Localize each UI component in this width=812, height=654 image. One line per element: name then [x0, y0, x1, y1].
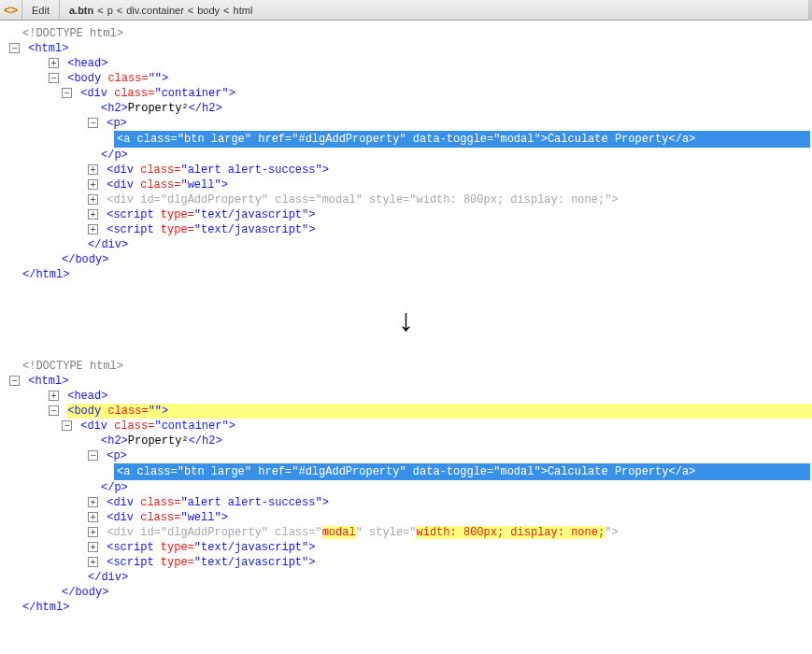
collapse-icon[interactable]: −: [49, 405, 59, 416]
tag-close: >: [229, 87, 235, 100]
code-line-selected[interactable]: <a class="btn large" href="#dlgAddProper…: [4, 463, 812, 480]
crumb-body[interactable]: body: [197, 5, 220, 16]
code-line[interactable]: </body>: [4, 252, 812, 267]
code-line[interactable]: − <div class="container">: [4, 419, 812, 434]
crumb-sep: <: [188, 5, 193, 16]
attr-val: "text/javascript": [194, 541, 308, 554]
edit-button[interactable]: Edit: [22, 0, 60, 21]
selected-node[interactable]: <a class="btn large" href="#dlgAddProper…: [114, 463, 810, 480]
code-line[interactable]: − <p>: [4, 448, 812, 463]
tag-script: <script: [107, 223, 161, 236]
collapse-icon[interactable]: −: [88, 118, 98, 128]
expand-icon[interactable]: +: [88, 164, 98, 175]
collapse-icon[interactable]: −: [9, 43, 20, 53]
collapse-icon[interactable]: −: [9, 376, 20, 386]
right-border: [808, 0, 812, 21]
code-line[interactable]: + <head>: [4, 389, 812, 404]
code-line[interactable]: + <script type="text/javascript">: [4, 222, 812, 237]
code-line-mutated[interactable]: + <div id="dlgAddProperty" class="modal"…: [4, 525, 812, 540]
expand-icon[interactable]: +: [88, 557, 98, 567]
tag-div: <div: [107, 178, 140, 192]
expand-icon[interactable]: +: [88, 179, 98, 190]
code-line[interactable]: + <div class="well">: [4, 178, 812, 192]
code-line[interactable]: <!DOCTYPE html>: [4, 359, 812, 374]
mutation-highlight: <body class="">: [67, 404, 812, 419]
collapse-icon[interactable]: −: [88, 450, 98, 461]
tag-script: <script: [107, 541, 161, 554]
code-line[interactable]: <!DOCTYPE html>: [4, 26, 812, 41]
firebug-icon: <>: [0, 0, 22, 21]
code-line[interactable]: − <body class="">: [4, 71, 812, 86]
code-line[interactable]: + <div class="alert alert-success">: [4, 163, 812, 178]
attr: class=: [140, 496, 180, 509]
tag-div: <div: [107, 496, 140, 509]
code-line[interactable]: − <div class="container">: [4, 86, 812, 101]
breadcrumb[interactable]: a.btn < p < div.container < body < html: [60, 0, 262, 21]
code-line[interactable]: + <div class="alert alert-success">: [4, 495, 812, 510]
collapse-icon[interactable]: −: [62, 88, 72, 98]
code-line-mutated[interactable]: − <body class="">: [4, 404, 812, 419]
tag-close: >: [308, 208, 315, 221]
expand-icon[interactable]: +: [88, 224, 98, 235]
attr-val: "well": [180, 178, 221, 192]
tag-p-close: </p>: [101, 481, 128, 494]
crumb-html[interactable]: html: [234, 5, 253, 16]
tag-div: <div: [107, 164, 140, 177]
tag-div-close: </div>: [88, 238, 128, 251]
code-line[interactable]: </html>: [4, 267, 812, 282]
tag-div: <div: [80, 87, 114, 100]
code-line[interactable]: + <head>: [4, 56, 812, 71]
expand-icon[interactable]: +: [49, 58, 59, 68]
expand-icon[interactable]: +: [88, 542, 98, 552]
attr-val: "alert alert-success": [180, 164, 321, 177]
code-line[interactable]: + <script type="text/javascript">: [4, 555, 812, 570]
tag-close: >: [162, 405, 168, 418]
html-panel-top: <!DOCTYPE html> − <html> + <head> − <bod…: [0, 21, 812, 282]
collapse-icon[interactable]: −: [62, 420, 72, 431]
tag-p: <p>: [107, 117, 127, 130]
crumb-div[interactable]: div.container: [126, 5, 184, 16]
tag-html-close: </html>: [22, 601, 69, 614]
tag-html-close: </html>: [22, 268, 69, 281]
code-line[interactable]: </body>: [4, 585, 812, 600]
code-line-hidden[interactable]: + <div id="dlgAddProperty" class="modal"…: [4, 192, 812, 207]
code-line[interactable]: − <html>: [4, 41, 812, 56]
code-line[interactable]: </html>: [4, 600, 812, 615]
expand-icon[interactable]: +: [88, 194, 98, 205]
code-line[interactable]: + <script type="text/javascript">: [4, 207, 812, 222]
attr: type=: [161, 223, 194, 236]
code-line[interactable]: </div>: [4, 237, 812, 252]
tag-close: >: [322, 164, 329, 177]
tag-head: <head>: [67, 57, 107, 70]
tag-html: <html>: [28, 375, 68, 388]
expand-icon[interactable]: +: [88, 527, 98, 537]
crumb-a-btn[interactable]: a.btn: [69, 5, 93, 16]
code-line[interactable]: − <html>: [4, 374, 812, 389]
code-line[interactable]: − <p>: [4, 116, 812, 131]
code-line[interactable]: </p>: [4, 148, 812, 163]
expand-icon[interactable]: +: [88, 497, 98, 507]
tag-div: <div: [107, 193, 140, 206]
expand-icon[interactable]: +: [49, 391, 59, 401]
tag-body: <body: [67, 72, 107, 85]
code-line[interactable]: </div>: [4, 570, 812, 585]
tag-div-close: </div>: [88, 571, 128, 584]
code-line-selected[interactable]: <a class="btn large" href="#dlgAddProper…: [4, 131, 812, 148]
attr: class=: [140, 178, 180, 192]
code-line[interactable]: + <script type="text/javascript">: [4, 540, 812, 555]
tag-body: <body: [67, 405, 107, 418]
attr-val: "": [149, 72, 162, 85]
expand-icon[interactable]: +: [88, 209, 98, 220]
attr: class=: [275, 526, 315, 539]
crumb-p[interactable]: p: [107, 5, 113, 16]
selected-node[interactable]: <a class="btn large" href="#dlgAddProper…: [114, 131, 810, 148]
tag-p: <p>: [107, 449, 127, 462]
tag-body-close: </body>: [62, 586, 108, 599]
expand-icon[interactable]: +: [88, 512, 98, 522]
code-line[interactable]: <h2>Property²</h2>: [4, 434, 812, 448]
tag-close: >: [221, 178, 228, 192]
code-line[interactable]: </p>: [4, 480, 812, 495]
code-line[interactable]: <h2>Property²</h2>: [4, 101, 812, 116]
collapse-icon[interactable]: −: [49, 73, 59, 83]
code-line[interactable]: + <div class="well">: [4, 510, 812, 525]
